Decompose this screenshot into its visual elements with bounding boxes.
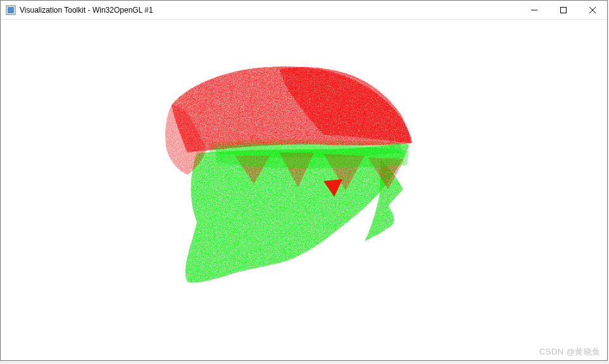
svg-rect-1 (8, 7, 14, 13)
close-icon (589, 7, 596, 13)
watermark-author: @黄晓鱼 (567, 347, 601, 356)
application-window: Visualization Toolkit - Win32OpenGL #1 (0, 0, 608, 361)
window-controls (520, 1, 607, 19)
pointcloud-render (1, 20, 607, 360)
minimize-icon (531, 7, 537, 13)
opengl-viewport[interactable]: CSDN @黄晓鱼 (1, 20, 607, 360)
window-title: Visualization Toolkit - Win32OpenGL #1 (20, 6, 153, 15)
svg-rect-3 (561, 7, 567, 13)
watermark: CSDN @黄晓鱼 (539, 346, 601, 358)
titlebar[interactable]: Visualization Toolkit - Win32OpenGL #1 (1, 1, 607, 20)
titlebar-left: Visualization Toolkit - Win32OpenGL #1 (1, 5, 153, 15)
close-button[interactable] (578, 1, 607, 19)
minimize-button[interactable] (520, 1, 549, 19)
maximize-button[interactable] (549, 1, 578, 19)
maximize-icon (560, 7, 567, 13)
vtk-app-icon (6, 5, 16, 15)
watermark-prefix: CSDN (539, 347, 564, 356)
